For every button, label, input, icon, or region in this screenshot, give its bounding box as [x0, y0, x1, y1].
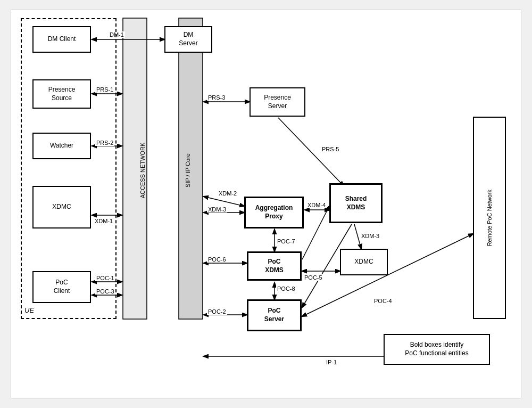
xdm4-label: XDM-4 — [306, 202, 327, 208]
ip1-label: IP-1 — [325, 359, 338, 365]
poc4-label: POC-4 — [373, 298, 393, 304]
poc-client-label: PoCClient — [54, 279, 70, 295]
ue-label: UE — [24, 306, 34, 315]
xdmc-remote-label: XDMC — [354, 258, 373, 266]
svg-line-9 — [204, 197, 244, 206]
xdm3-right-label: XDM-3 — [360, 233, 380, 239]
access-network-label: ACCESS NETWORK — [139, 143, 146, 199]
poc-xdms-label: PoCXDMS — [265, 258, 284, 274]
xdmc-ue-label: XDMC — [52, 203, 71, 211]
remote-poc-box: Remote PoC Network — [473, 117, 506, 319]
xdm2-label: XDM-2 — [218, 190, 238, 197]
shared-xdms-box: SharedXDMS — [329, 183, 383, 223]
poc-server-label: PoCServer — [264, 307, 284, 323]
sip-ip-core-label: SIP / IP Core — [185, 153, 191, 187]
poc-server-box: PoCServer — [247, 299, 302, 331]
shared-xdms-label: SharedXDMS — [345, 195, 367, 211]
xdm3-left-label: XDM-3 — [207, 206, 227, 213]
poc5-label: POC-5 — [303, 274, 323, 281]
watcher-label: Watcher — [50, 142, 73, 150]
presence-source-box: PresenceSource — [32, 79, 91, 109]
poc-xdms-box: PoCXDMS — [247, 251, 302, 281]
poc7-label: POC-7 — [276, 238, 296, 244]
aggregation-proxy-label: AggregationProxy — [255, 204, 293, 221]
svg-line-22 — [302, 206, 329, 259]
dm-server-label: DMServer — [179, 31, 197, 47]
dm-server-box: DMServer — [164, 26, 212, 53]
poc8-label: POC-8 — [276, 285, 296, 292]
poc6-label: POC-6 — [207, 256, 227, 263]
watcher-box: Watcher — [32, 133, 91, 159]
legend-box: Bold boxes identifyPoC functional entiti… — [384, 334, 490, 365]
dm-client-box: DM Client — [32, 26, 91, 53]
poc2-label: POC-2 — [207, 308, 227, 315]
aggregation-proxy-box: AggregationProxy — [244, 197, 304, 229]
presence-source-label: PresenceSource — [48, 86, 76, 102]
presence-server-label: PresenceServer — [264, 94, 291, 110]
dm-client-label: DM Client — [48, 35, 76, 44]
xdmc-ue-box: XDMC — [32, 186, 91, 229]
diagram-container: UE DM Client DMServer PresenceSource Wat… — [11, 10, 521, 398]
prs3-label: PRS-3 — [207, 94, 226, 101]
remote-poc-label: Remote PoC Network — [486, 190, 493, 246]
poc-client-box: PoCClient — [32, 271, 91, 303]
xdmc-remote-box: XDMC — [340, 249, 388, 275]
legend-text: Bold boxes identifyPoC functional entiti… — [405, 341, 468, 357]
prs5-label: PRS-5 — [321, 146, 340, 152]
presence-server-box: PresenceServer — [250, 87, 305, 117]
